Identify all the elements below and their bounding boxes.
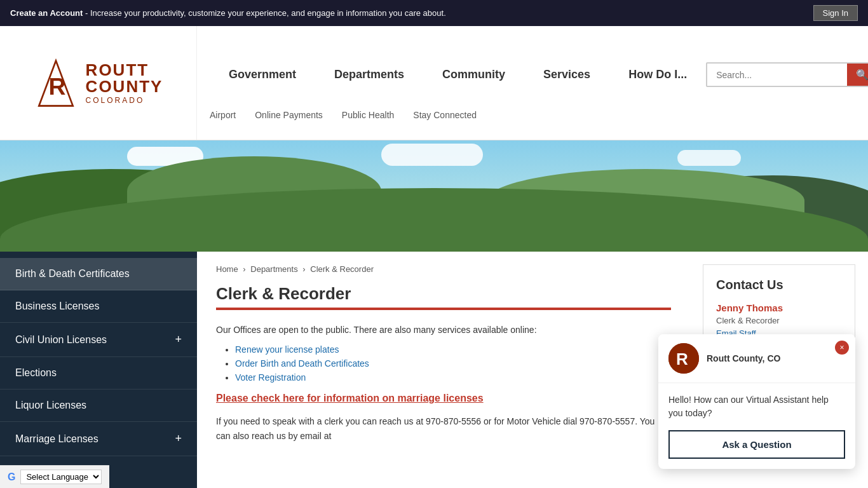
sidebar-item-marriage[interactable]: Marriage Licenses + <box>0 422 197 456</box>
sidebar-item-liquor[interactable]: Liquor Licenses <box>0 390 197 422</box>
sidebar: Birth & Death Certificates Business Lice… <box>0 252 197 488</box>
search-input[interactable] <box>707 65 847 85</box>
page-title: Clerk & Recorder <box>216 284 671 304</box>
link-certificates[interactable]: Order Birth and Death Certificates <box>235 358 369 369</box>
search-area: 🔍 <box>706 62 868 87</box>
search-box: 🔍 <box>706 62 868 87</box>
breadcrumb-home[interactable]: Home <box>216 264 238 274</box>
svg-text:R: R <box>676 349 688 369</box>
logo-routt: ROUTT <box>86 62 163 78</box>
cloud2 <box>381 144 483 166</box>
content-area: Home › Departments › Clerk & Recorder Cl… <box>197 252 690 488</box>
nav-item-howdoi[interactable]: How Do I... <box>609 62 706 88</box>
logo-county: COUNTY <box>86 78 163 95</box>
nav-item-services[interactable]: Services <box>524 62 609 88</box>
ask-question-button[interactable]: Ask a Question <box>668 430 845 459</box>
link-plates[interactable]: Renew your license plates <box>235 344 339 355</box>
banner-text: Create an Account - Increase your produc… <box>10 8 446 18</box>
services-list: Renew your license plates Order Birth an… <box>216 344 671 383</box>
nav-item-community[interactable]: Community <box>423 62 524 88</box>
contact-role: Clerk & Recorder <box>716 316 842 325</box>
sidebar-plus-marriage[interactable]: + <box>175 432 182 445</box>
google-icon: G <box>8 471 15 483</box>
main-nav: Government Departments Community Service… <box>197 40 868 110</box>
sub-nav-health[interactable]: Public Health <box>342 110 395 120</box>
sidebar-plus-civil[interactable]: + <box>175 333 182 346</box>
sub-nav-connected[interactable]: Stay Connected <box>413 110 477 120</box>
list-item-plates: Renew your license plates <box>235 344 671 355</box>
header-right: Government Departments Community Service… <box>197 40 868 126</box>
sidebar-item-elections[interactable]: Elections <box>0 357 197 390</box>
list-item-voter: Voter Registration <box>235 372 671 383</box>
main-nav-items: Government Departments Community Service… <box>210 62 706 88</box>
sub-nav-airport[interactable]: Airport <box>210 110 236 120</box>
translate-bar: G Select Language Spanish French <box>0 465 109 488</box>
list-item-certificates: Order Birth and Death Certificates <box>235 358 671 369</box>
chatbot-close-button[interactable]: × <box>835 341 849 355</box>
title-underline <box>216 308 671 310</box>
top-banner: Create an Account - Increase your produc… <box>0 0 868 26</box>
sidebar-label-civil: Civil Union Licenses <box>15 334 107 346</box>
search-button[interactable]: 🔍 <box>847 64 868 86</box>
breadcrumb-current: Clerk & Recorder <box>310 264 374 274</box>
chatbot-county-name: Routt County, CO <box>707 353 780 363</box>
cloud3 <box>677 150 741 166</box>
chatbot-name-area: Routt County, CO <box>707 353 780 363</box>
breadcrumb-departments[interactable]: Departments <box>250 264 297 274</box>
chatbot-header: R Routt County, CO × <box>658 334 855 383</box>
sidebar-label-business: Business Licenses <box>15 301 100 312</box>
sidebar-item-civil[interactable]: Civil Union Licenses + <box>0 323 197 357</box>
logo-icon: R <box>34 58 78 109</box>
contact-title: Contact Us <box>716 278 842 292</box>
logo-name: ROUTT COUNTY COLORADO <box>86 62 163 105</box>
logo[interactable]: R ROUTT COUNTY COLORADO <box>34 58 163 109</box>
sidebar-label-liquor: Liquor Licenses <box>15 400 86 411</box>
breadcrumb-sep1: › <box>243 264 248 274</box>
body-text: If you need to speak with a clerk you ca… <box>216 414 671 443</box>
chatbot-avatar: R <box>668 343 699 374</box>
link-voter[interactable]: Voter Registration <box>235 372 306 383</box>
contact-name: Jenny Thomas <box>716 302 842 313</box>
nav-item-government[interactable]: Government <box>210 62 315 88</box>
logo-colorado: COLORADO <box>86 96 163 105</box>
sub-nav: Airport Online Payments Public Health St… <box>197 110 868 126</box>
logo-area: R ROUTT COUNTY COLORADO <box>0 26 197 140</box>
marriage-link[interactable]: Please check here for information on mar… <box>216 393 671 404</box>
breadcrumb: Home › Departments › Clerk & Recorder <box>216 264 671 274</box>
nav-item-departments[interactable]: Departments <box>315 62 423 88</box>
sidebar-label-marriage: Marriage Licenses <box>15 433 98 445</box>
hero-image <box>0 140 868 252</box>
chatbot-widget: R Routt County, CO × Hello! How can our … <box>658 334 855 469</box>
chatbot-body: Hello! How can our Virtual Assistant hel… <box>658 383 855 469</box>
header: R ROUTT COUNTY COLORADO Government Depar… <box>0 26 868 140</box>
sidebar-item-birth-death[interactable]: Birth & Death Certificates <box>0 258 197 290</box>
language-select[interactable]: Select Language Spanish French <box>20 470 102 484</box>
sub-nav-payments[interactable]: Online Payments <box>255 110 323 120</box>
sidebar-label-elections: Elections <box>15 367 57 379</box>
create-account-link[interactable]: Create an Account <box>10 8 83 18</box>
breadcrumb-sep2: › <box>302 264 308 274</box>
banner-description: - Increase your productivity, customize … <box>83 8 445 18</box>
chatbot-message: Hello! How can our Virtual Assistant hel… <box>668 393 845 420</box>
svg-text:R: R <box>48 72 65 99</box>
sidebar-item-business[interactable]: Business Licenses <box>0 290 197 323</box>
sign-in-button[interactable]: Sign In <box>813 5 858 21</box>
sidebar-label-birth-death: Birth & Death Certificates <box>15 268 130 280</box>
intro-text: Our Offices are open to the public. Ther… <box>216 323 671 337</box>
